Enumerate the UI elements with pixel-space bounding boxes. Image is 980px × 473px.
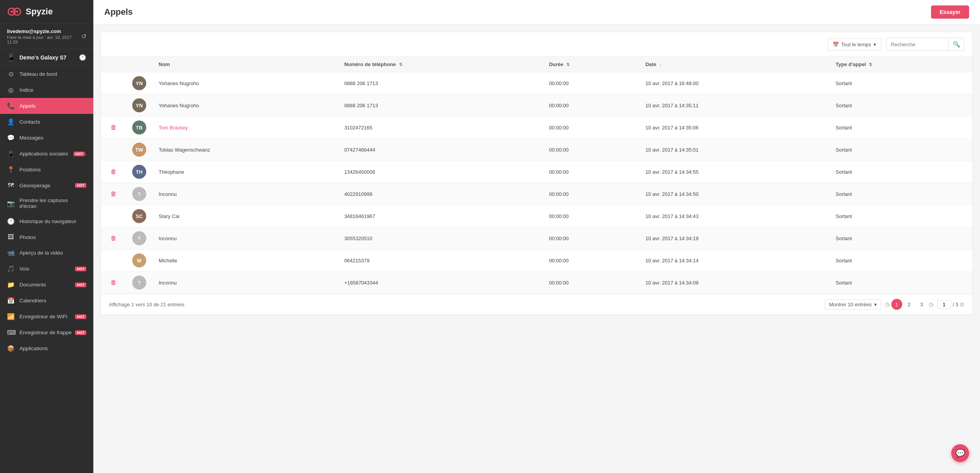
table-row: M Michelle 064215379 00:00:00 10 avr. 20… — [101, 250, 972, 272]
try-button[interactable]: Essayer — [931, 5, 969, 19]
nav-label-voix: Voix — [19, 266, 73, 272]
sidebar-item-enregistreur-frappe[interactable]: ⌨ Enregistreur de frappe HOT — [0, 325, 93, 340]
table-row: 🗑 TH Théophane 13426450006 00:00:00 10 a… — [101, 161, 972, 183]
sidebar-item-appels[interactable]: 📞 Appels — [0, 98, 93, 114]
search-button[interactable]: 🔍 — [948, 38, 964, 51]
duration-cell-7: 00:00:00 — [543, 205, 639, 227]
sidebar-item-indice[interactable]: ◎ Indice — [0, 82, 93, 98]
nav-icon-photos: 🖼 — [7, 234, 15, 241]
sidebar-item-applications-sociales[interactable]: 📱 Applications sociales HOT › — [0, 146, 93, 162]
logo-area: Spyzie — [0, 0, 93, 24]
type-cell-3: Sortant — [830, 117, 972, 139]
last-page-icon[interactable]: ⊙ — [960, 301, 964, 307]
phone-cell-8: 3055320510 — [338, 227, 543, 250]
device-row: 📱 Demo's Galaxy S7 🕐 — [0, 49, 93, 66]
col-duree[interactable]: Durée ⇅ — [543, 57, 639, 72]
nav-label-captures-ecran: Prendre les captures d'écran — [19, 197, 86, 209]
phone-cell-6: 4022910999 — [338, 183, 543, 205]
delete-cell-3[interactable]: 🗑 — [101, 117, 126, 139]
contact-name-5: Théophane — [159, 169, 184, 175]
sidebar-item-contacts[interactable]: 👤 Contacts — [0, 114, 93, 130]
clock-icon: 🕐 — [79, 54, 86, 61]
sidebar-item-positions[interactable]: 📍 Positions — [0, 162, 93, 178]
page-num-1[interactable]: 1 — [891, 299, 902, 310]
sidebar-item-voix[interactable]: 🎵 Voix HOT — [0, 261, 93, 277]
delete-icon-5[interactable]: 🗑 — [107, 168, 120, 175]
next-page-icon[interactable]: ◷ — [929, 301, 933, 307]
sidebar-item-enregistreur-wifi[interactable]: 📶 Enregistreur de WiFi HOT — [0, 309, 93, 325]
avatar-cell-6: ? — [126, 183, 152, 205]
device-icon: 📱 — [7, 53, 16, 62]
date-cell-7: 10 avr. 2017 à 14:34:43 — [639, 205, 830, 227]
sidebar-item-historique-navigateur[interactable]: 🕐 Historique du navigateur — [0, 213, 93, 229]
svg-point-3 — [16, 10, 18, 13]
avatar-cell-9: M — [126, 250, 152, 272]
contact-name-8: Inconnu — [159, 236, 177, 241]
duration-cell-10: 00:00:00 — [543, 272, 639, 294]
sidebar-item-captures-ecran[interactable]: 📷 Prendre les captures d'écran — [0, 193, 93, 213]
chat-bubble[interactable]: 💬 — [951, 444, 969, 462]
table-row: 🗑 ? Inconnu +18587043344 00:00:00 10 avr… — [101, 272, 972, 294]
search-input[interactable] — [886, 39, 948, 50]
sidebar-item-apercu-video[interactable]: 📹 Aperçu de la vidéo — [0, 245, 93, 261]
per-page-select[interactable]: Montrer 10 entrées ▾ — [825, 299, 881, 310]
time-filter-button[interactable]: 📅 Tout le temps ▾ — [828, 38, 881, 51]
nav-icon-tableau-de-bord: ⊙ — [7, 70, 15, 78]
hot-badge-applications-sociales: HOT — [74, 152, 85, 156]
search-box: 🔍 — [886, 38, 964, 51]
contact-name-9: Michelle — [159, 258, 177, 264]
delete-icon-6[interactable]: 🗑 — [107, 190, 120, 197]
delete-icon-3[interactable]: 🗑 — [107, 124, 120, 131]
col-date[interactable]: Date ↓ — [639, 57, 830, 72]
nav-label-applications: Applications — [19, 346, 86, 351]
name-cell-3[interactable]: Tom Brackey — [152, 117, 338, 139]
delete-cell-10[interactable]: 🗑 — [101, 272, 126, 294]
col-delete — [101, 57, 126, 72]
contact-link-3[interactable]: Tom Brackey — [159, 125, 188, 131]
sidebar-item-applications[interactable]: 📦 Applications — [0, 340, 93, 356]
nav-icon-calendriers: 📅 — [7, 297, 15, 304]
delete-cell-8[interactable]: 🗑 — [101, 227, 126, 250]
nav-label-tableau-de-bord: Tableau de bord — [19, 71, 86, 77]
duration-cell-6: 00:00:00 — [543, 183, 639, 205]
col-telephone[interactable]: Numéro de téléphone ⇅ — [338, 57, 543, 72]
page-num-2[interactable]: 2 — [904, 299, 915, 310]
dropdown-arrow-icon: ▾ — [873, 42, 876, 47]
sort-icon-date: ↓ — [659, 62, 662, 67]
nav-icon-apercu-video: 📹 — [7, 249, 15, 257]
duration-cell-1: 00:00:00 — [543, 72, 639, 94]
hot-badge-georeperage: HOT — [75, 183, 86, 188]
name-cell-7: Stary Cai — [152, 205, 338, 227]
avatar-cell-3: TB — [126, 117, 152, 139]
table-row: YN Yohanes Nugroho 0888 206 1713 00:00:0… — [101, 94, 972, 117]
table-row: SC Stary Cai 34818461967 00:00:00 10 avr… — [101, 205, 972, 227]
delete-icon-8[interactable]: 🗑 — [107, 235, 120, 241]
sidebar-item-calendriers[interactable]: 📅 Calendriers — [0, 293, 93, 309]
sidebar: Spyzie livedemo@spyzie.com Faire la mise… — [0, 0, 93, 473]
sidebar-item-photos[interactable]: 🖼 Photos — [0, 229, 93, 245]
date-cell-9: 10 avr. 2017 à 14:34:14 — [639, 250, 830, 272]
prev-page-icon[interactable]: ◷ — [885, 301, 890, 307]
col-type[interactable]: Type d'appel ⇅ — [830, 57, 972, 72]
delete-cell-4 — [101, 139, 126, 161]
refresh-icon[interactable]: ↺ — [81, 33, 86, 40]
phone-cell-7: 34818461967 — [338, 205, 543, 227]
sidebar-item-messages[interactable]: 💬 Messages — [0, 130, 93, 146]
page-numbers: ◷123◷ — [885, 299, 933, 310]
delete-cell-5[interactable]: 🗑 — [101, 161, 126, 183]
duration-cell-3: 00:00:00 — [543, 117, 639, 139]
page-input[interactable] — [937, 300, 951, 309]
delete-cell-6[interactable]: 🗑 — [101, 183, 126, 205]
delete-icon-10[interactable]: 🗑 — [107, 279, 120, 286]
nav-icon-enregistreur-frappe: ⌨ — [7, 329, 15, 336]
table-row: 🗑 ? Inconnu 4022910999 00:00:00 10 avr. … — [101, 183, 972, 205]
phone-cell-5: 13426450006 — [338, 161, 543, 183]
nav-label-calendriers: Calendriers — [19, 298, 86, 304]
page-num-3[interactable]: 3 — [916, 299, 927, 310]
sidebar-item-tableau-de-bord[interactable]: ⊙ Tableau de bord — [0, 66, 93, 82]
hot-badge-voix: HOT — [75, 267, 86, 271]
sidebar-item-georeperage[interactable]: 🗺 Géorepérage HOT — [0, 178, 93, 193]
sidebar-item-documents[interactable]: 📁 Documents HOT — [0, 277, 93, 293]
sidebar-nav: ⊙ Tableau de bord ◎ Indice 📞 Appels 👤 Co… — [0, 66, 93, 473]
table-header: Nom Numéro de téléphone ⇅ Durée ⇅ Date ↓… — [101, 57, 972, 72]
